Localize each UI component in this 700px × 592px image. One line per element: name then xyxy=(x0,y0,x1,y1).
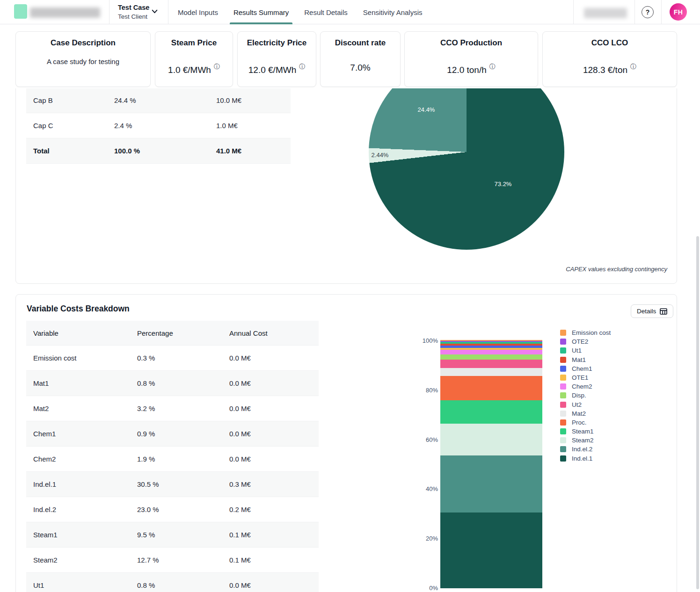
table-row: Mat10.8 %0.0 M€ xyxy=(26,371,319,396)
info-icon[interactable]: ⓘ xyxy=(630,63,636,70)
legend-label: Proc. xyxy=(572,419,587,426)
table-cell: Emission cost xyxy=(33,354,77,362)
summary-card-case-description: Case DescriptionA case study for testing xyxy=(15,31,151,87)
table-cell: Cap B xyxy=(33,96,53,104)
summary-card-electricity-price: Electricity Price12.0 €/MWhⓘ xyxy=(237,31,316,87)
table-cell: 41.0 M€ xyxy=(216,147,241,155)
table-row: Ut10.8 %0.0 M€ xyxy=(26,573,319,592)
pie-label-2: 2.44% xyxy=(372,152,389,159)
bar-segment-ind-el-1 xyxy=(440,513,542,588)
table-row: Steam19.5 %0.1 M€ xyxy=(26,522,319,548)
chevron-down-icon[interactable] xyxy=(151,7,159,17)
tab-model-inputs[interactable]: Model Inputs xyxy=(178,0,218,24)
y-axis-tick: 0% xyxy=(410,585,438,592)
legend-swatch xyxy=(560,339,566,345)
info-icon[interactable]: ⓘ xyxy=(299,63,305,70)
legend-swatch xyxy=(560,402,566,408)
table-cell: 0.0 M€ xyxy=(229,455,251,463)
details-button-label: Details xyxy=(637,308,656,315)
summary-card-steam-price: Steam Price1.0 €/MWhⓘ xyxy=(155,31,233,87)
col-header-annual: Annual Cost xyxy=(229,329,268,337)
legend-label: Disp. xyxy=(572,392,586,398)
legend-item-chem1[interactable]: Chem1 xyxy=(560,366,611,372)
card-value: 7.0% xyxy=(321,63,400,73)
legend-swatch xyxy=(560,411,566,417)
legend-item-mat2[interactable]: Mat2 xyxy=(560,411,611,417)
variable-costs-panel: Variable Costs Breakdown Details Variabl… xyxy=(15,294,677,592)
capex-caption: CAPEX values excluding contingency xyxy=(566,266,667,273)
redacted-logo-text xyxy=(30,7,100,18)
legend-swatch xyxy=(560,419,566,426)
table-cell: 0.1 M€ xyxy=(229,556,251,564)
legend-item-ut1[interactable]: Ut1 xyxy=(560,347,611,354)
table-cell: Steam1 xyxy=(33,531,58,539)
y-axis-tick: 100% xyxy=(410,337,438,344)
legend-item-ote2[interactable]: OTE2 xyxy=(560,339,611,345)
card-title: Case Description xyxy=(16,38,150,48)
legend-swatch xyxy=(560,375,566,381)
bar-segment-mat2 xyxy=(440,368,542,376)
capex-table: Cap B24.4 %10.0 M€Cap C2.4 %1.0 M€Total1… xyxy=(26,88,291,164)
vertical-scrollbar[interactable] xyxy=(696,236,699,589)
redacted-header-text xyxy=(584,8,627,18)
bar-segment-chem2 xyxy=(440,350,542,354)
legend-label: Emission cost xyxy=(572,330,611,336)
user-avatar[interactable]: FH xyxy=(670,3,687,21)
table-cell: 100.0 % xyxy=(114,147,140,155)
legend-item-steam1[interactable]: Steam1 xyxy=(560,428,611,434)
legend-item-ut2[interactable]: Ut2 xyxy=(560,402,611,408)
table-cell: 0.3 M€ xyxy=(229,480,251,488)
legend-item-ind-el-1[interactable]: Ind.el.1 xyxy=(560,455,611,462)
table-cell: 9.5 % xyxy=(137,531,155,539)
table-cell: 0.1 M€ xyxy=(229,531,251,539)
table-cell: 23.0 % xyxy=(137,505,159,513)
details-button[interactable]: Details xyxy=(631,304,673,318)
help-icon[interactable]: ? xyxy=(642,6,654,18)
table-row: Total100.0 %41.0 M€ xyxy=(26,138,291,164)
table-row: Cap B24.4 %10.0 M€ xyxy=(26,88,291,113)
legend-label: Chem1 xyxy=(572,366,592,372)
legend-item-proc-[interactable]: Proc. xyxy=(560,419,611,426)
legend-item-steam2[interactable]: Steam2 xyxy=(560,437,611,443)
table-row: Ind.el.223.0 %0.2 M€ xyxy=(26,497,319,522)
table-row: Mat23.2 %0.0 M€ xyxy=(26,396,319,421)
legend-item-ote1[interactable]: OTE1 xyxy=(560,375,611,381)
legend-item-ind-el-2[interactable]: Ind.el.2 xyxy=(560,446,611,452)
nav-divider xyxy=(573,0,574,24)
card-value: 12.0 €/MWhⓘ xyxy=(238,63,316,75)
table-icon xyxy=(660,308,667,315)
app-viewport: Test Case Test Client Model InputsResult… xyxy=(0,0,700,592)
legend-swatch xyxy=(560,357,566,363)
variable-costs-table: Variable Percentage Annual Cost Emission… xyxy=(26,321,319,592)
tab-results-summary[interactable]: Results Summary xyxy=(233,0,289,24)
nav-divider xyxy=(634,0,635,24)
info-icon[interactable]: ⓘ xyxy=(214,63,220,70)
legend-swatch xyxy=(560,455,566,462)
legend-label: OTE1 xyxy=(572,375,588,381)
bar-segment-ind-el-2 xyxy=(440,455,542,513)
card-value: A case study for testing xyxy=(16,58,150,65)
tab-result-details[interactable]: Result Details xyxy=(304,0,348,24)
legend-swatch xyxy=(560,437,566,443)
section-title: Variable Costs Breakdown xyxy=(27,304,130,314)
table-cell: 10.0 M€ xyxy=(216,96,241,104)
info-icon[interactable]: ⓘ xyxy=(489,63,496,70)
legend-swatch xyxy=(560,392,566,398)
table-cell: Ut1 xyxy=(33,581,44,589)
legend-swatch xyxy=(560,428,566,434)
legend-label: Ut2 xyxy=(572,402,582,408)
legend-swatch xyxy=(560,330,566,336)
legend-item-mat1[interactable]: Mat1 xyxy=(560,357,611,363)
tab-bar: Model InputsResults SummaryResult Detail… xyxy=(178,0,423,24)
nav-divider xyxy=(109,0,109,24)
table-cell: 0.0 M€ xyxy=(229,379,251,387)
legend-item-emission-cost[interactable]: Emission cost xyxy=(560,330,611,336)
table-cell: 30.5 % xyxy=(137,480,159,488)
legend-item-chem2[interactable]: Chem2 xyxy=(560,383,611,390)
table-cell: 1.0 M€ xyxy=(216,122,238,130)
card-value: 12.0 ton/hⓘ xyxy=(405,63,538,75)
summary-card-cco-lco: CCO LCO128.3 €/tonⓘ xyxy=(542,31,677,87)
table-header-row: Variable Percentage Annual Cost xyxy=(26,321,319,346)
tab-sensitivity-analysis[interactable]: Sensitivity Analysis xyxy=(363,0,423,24)
legend-item-disp-[interactable]: Disp. xyxy=(560,392,611,398)
